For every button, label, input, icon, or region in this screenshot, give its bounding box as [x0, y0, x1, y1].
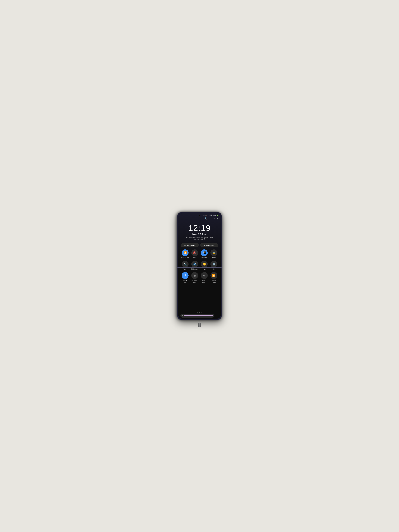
qs-tile-torch[interactable]: 🔦 Torch: [181, 261, 190, 270]
kids-icon: 😊: [203, 263, 206, 266]
portrait-label: Portrait: [212, 257, 216, 259]
scan-qr-icon-wrap: ▦: [191, 272, 198, 279]
settings-icon[interactable]: ⚙: [213, 217, 215, 220]
mobile-data-icon: ⇅: [184, 274, 186, 277]
clock-time: 12:19: [188, 224, 211, 232]
qs-tile-bluetooth[interactable]: 📲 Bluetooth: [200, 249, 209, 259]
flight-label: Flight mode: [191, 268, 198, 270]
wifi-status-icon: ▲: [207, 215, 209, 216]
torch-icon: 🔦: [184, 263, 187, 266]
torch-label: Torch: [184, 268, 187, 270]
qs-tile-kids[interactable]: 😊 Kids: [200, 261, 209, 270]
media-output-button[interactable]: Media output: [200, 243, 218, 247]
mute-icon: 🔇: [193, 251, 196, 254]
scan-qr-icon: ▦: [193, 274, 196, 277]
bluetooth-icon-wrap: 📲: [201, 249, 208, 256]
ring-label: Ring: [212, 268, 215, 270]
qs-row-2: 🔦 Torch ✈️ Flight mode 😊: [180, 261, 219, 270]
kids-icon-wrap: 😊: [201, 261, 208, 268]
pagination-dots: [178, 311, 221, 313]
wifi-icon-wrap: 📶: [182, 249, 189, 256]
qs-tile-dnd[interactable]: ⊖ Do notdisturb: [200, 272, 209, 283]
hotspot-icon-wrap: 📶: [210, 272, 217, 279]
kids-label: Kids: [203, 268, 206, 270]
camera-hole: [199, 215, 200, 216]
bluetooth-label: Bluetooth: [202, 257, 207, 259]
qs-row-1: 📶 KPMG Guest 🔇 Mute 📲: [180, 249, 219, 259]
bluetooth-icon: 📲: [203, 251, 206, 254]
brightness-bar[interactable]: ☀: [180, 314, 214, 318]
search-icon[interactable]: 🔍: [204, 217, 207, 220]
clock-area: 12:19 Mon, 20 June Your organisation may…: [178, 220, 221, 241]
dot-3: [201, 312, 202, 313]
flight-icon: ✈️: [193, 263, 196, 266]
torch-icon-wrap: 🔦: [182, 261, 189, 268]
dot-2: [199, 312, 200, 313]
quick-icons-row: 🔍 ⏻ ⚙ ⋮: [178, 217, 221, 220]
mute-label: Mute: [193, 257, 196, 259]
device-control-button[interactable]: Device control: [181, 243, 199, 247]
scan-qr-label: Scan QRcode: [192, 280, 197, 283]
battery-level: 100%: [213, 215, 216, 216]
qs-tile-scan-qr[interactable]: ▦ Scan QRcode: [190, 272, 199, 283]
dnd-label: Do notdisturb: [202, 280, 206, 283]
hotspot-label: MobileHotspot: [212, 280, 216, 283]
mute-icon-wrap: 🔇: [191, 249, 198, 256]
bottom-bar: ☀ ⋮: [178, 313, 221, 319]
portrait-icon-wrap: 🔒: [210, 249, 217, 256]
screen-content: ★ 🔇 ▲ ▎▎▎ 100% 🔋 🔍 ⏻ ⚙ ⋮: [178, 213, 221, 319]
control-buttons: Device control Media output: [178, 241, 221, 249]
more-options-icon[interactable]: ⋮: [216, 217, 219, 220]
status-icons: ★ 🔇 ▲ ▎▎▎ 100% 🔋: [203, 215, 219, 216]
brightness-icon: ☀: [181, 315, 183, 317]
power-icon[interactable]: ⏻: [209, 217, 211, 220]
qs-tile-ring[interactable]: ➡️ Ring: [209, 261, 218, 270]
dnd-icon-wrap: ⊖: [201, 272, 208, 279]
phone: ★ 🔇 ▲ ▎▎▎ 100% 🔋 🔍 ⏻ ⚙ ⋮: [177, 212, 222, 320]
notice-info-icon[interactable]: i: [204, 238, 205, 240]
wifi-label: KPMG Guest: [181, 257, 189, 259]
ring-icon: ➡️: [213, 263, 215, 266]
dot-1: [197, 312, 198, 313]
qs-tile-wifi[interactable]: 📶 KPMG Guest: [181, 249, 190, 259]
wifi-icon: 📶: [184, 251, 187, 254]
phone-stand: [198, 323, 201, 327]
qs-tile-portrait[interactable]: 🔒 Portrait: [209, 249, 218, 259]
signal-status-icon: ▎▎▎: [209, 215, 212, 216]
dnd-icon: ⊖: [203, 274, 205, 277]
fold-crease: [177, 267, 222, 268]
qs-row-3: ⇅ Mobiledata ▦ Scan QRcode ⊖: [180, 272, 219, 283]
scene: ★ 🔇 ▲ ▎▎▎ 100% 🔋 🔍 ⏻ ⚙ ⋮: [172, 209, 227, 323]
bluetooth-status-icon: ★: [203, 215, 205, 216]
ring-icon-wrap: ➡️: [210, 261, 217, 268]
flight-icon-wrap: ✈️: [191, 261, 198, 268]
clock-date: Mon, 20 June: [192, 233, 207, 236]
mute-status-icon: 🔇: [205, 215, 207, 216]
volume-up-button[interactable]: [177, 236, 177, 247]
qs-tile-flight[interactable]: ✈️ Flight mode: [190, 261, 199, 270]
quick-settings: 📶 KPMG Guest 🔇 Mute 📲: [178, 249, 221, 311]
volume-down-button[interactable]: [222, 243, 222, 248]
qs-tile-hotspot[interactable]: 📶 MobileHotspot: [209, 272, 218, 283]
org-notice: Your organisation may monitor network tr…: [181, 236, 218, 240]
battery-icon: 🔋: [217, 215, 219, 216]
brightness-fill: [184, 315, 213, 316]
mobile-data-icon-wrap: ⇅: [182, 272, 189, 279]
hotspot-icon: 📶: [212, 274, 215, 277]
brightness-more-icon[interactable]: ⋮: [215, 314, 219, 317]
qs-tile-mute[interactable]: 🔇 Mute: [190, 249, 199, 259]
qs-tile-mobile-data[interactable]: ⇅ Mobiledata: [181, 272, 190, 283]
power-button[interactable]: [222, 233, 222, 241]
mobile-data-label: Mobiledata: [183, 280, 187, 283]
portrait-icon: 🔒: [212, 251, 215, 254]
screen: ★ 🔇 ▲ ▎▎▎ 100% 🔋 🔍 ⏻ ⚙ ⋮: [178, 213, 221, 319]
